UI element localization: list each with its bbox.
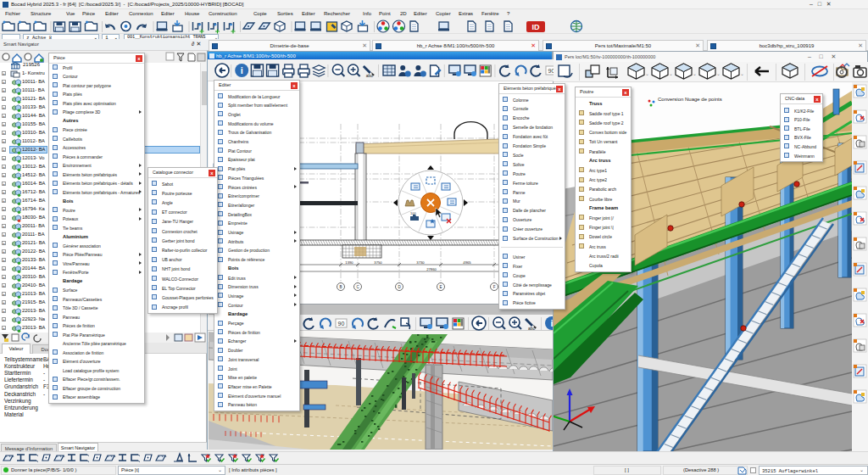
svg-text:ID: ID [532,23,541,31]
svg-text:3750: 3750 [374,260,382,265]
svg-text:B: B [339,285,342,289]
svg-text:27860: 27860 [426,267,437,271]
svg-text:⌄: ⌄ [669,71,673,76]
svg-text:1390: 1390 [345,260,353,265]
svg-text:⌄: ⌄ [740,71,744,76]
svg-text:abc: abc [366,73,374,78]
svg-text:⌄: ⌄ [716,71,721,76]
svg-text:100: 100 [410,211,416,215]
svg-text:E: E [439,285,442,289]
svg-text:F: F [493,285,496,289]
svg-text:⌄: ⌄ [645,71,649,76]
svg-text:4965: 4965 [463,260,471,265]
svg-text:90: 90 [338,321,345,327]
svg-text:i: i [241,65,243,75]
svg-text:⌄: ⌄ [693,71,697,76]
svg-text:3730: 3730 [416,260,425,265]
